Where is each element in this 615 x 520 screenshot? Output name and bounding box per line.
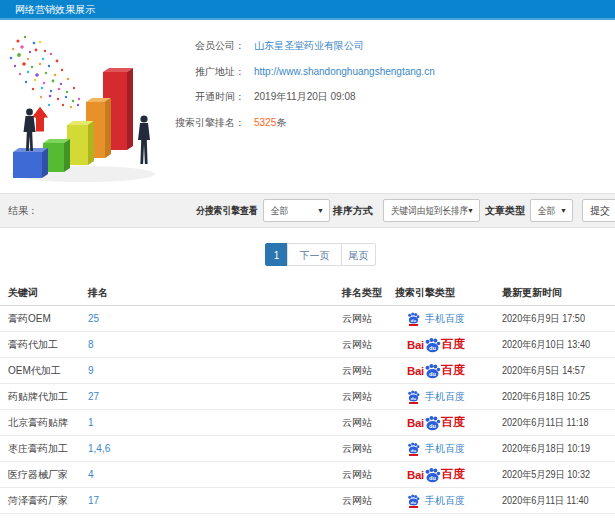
table-header-row: 关键词 排名 排名类型 搜索引擎类型 最新更新时间 — [0, 280, 615, 306]
engine-cell: Baidu百度 — [395, 336, 502, 353]
chevron-down-icon: ▼ — [467, 200, 474, 222]
baidu-logo: Baidu百度 — [407, 414, 465, 431]
keyword-cell: OEM代加工 — [8, 364, 88, 378]
keyword-cell: 医疗器械厂家 — [8, 468, 88, 482]
bar-blue — [13, 148, 48, 178]
result-label: 结果： — [8, 194, 38, 227]
mobile-baidu-logo: du手机百度 — [407, 441, 465, 456]
mobile-baidu-logo: du手机百度 — [407, 311, 465, 326]
engine-cell: du手机百度 — [395, 389, 502, 404]
open-time-label: 开通时间： — [0, 90, 245, 104]
company-label: 会员公司： — [0, 39, 245, 53]
rank-type-cell: 云网站 — [342, 338, 395, 352]
rank-cell[interactable]: 17 — [88, 495, 342, 506]
baidu-logo: Baidu百度 — [407, 362, 465, 379]
col-keyword: 关键词 — [8, 286, 88, 300]
table-row: 菏泽膏药厂家 17 云网站 du手机百度 2020年6月11日 11:40 — [0, 488, 615, 514]
rank-cell[interactable]: 1,4,6 — [88, 443, 342, 454]
engine-cell: du手机百度 — [395, 311, 502, 326]
pagination: 1 下一页 尾页 — [265, 243, 376, 266]
svg-text:du: du — [429, 475, 436, 481]
page-1-button[interactable]: 1 — [265, 243, 288, 266]
rank-count-label: 搜索引擎排名： — [0, 116, 245, 130]
svg-text:du: du — [429, 423, 436, 429]
baidu-paw-icon: du — [424, 466, 441, 483]
rank-type-cell: 云网站 — [342, 364, 395, 378]
updated-cell: 2020年6月10日 13:40 — [502, 338, 615, 352]
mobile-baidu-logo: du手机百度 — [407, 493, 465, 508]
last-page-button[interactable]: 尾页 — [341, 243, 376, 266]
table-row: 医疗器械厂家 4 云网站 Baidu百度 2020年5月29日 10:32 — [0, 462, 615, 488]
engine-cell: Baidu百度 — [395, 362, 502, 379]
promo-url-link[interactable]: http://www.shandonghuangshengtang.cn — [254, 65, 435, 79]
updated-cell: 2020年6月5日 14:57 — [502, 364, 615, 378]
engine-filter-label: 分搜索引擎查看 — [196, 194, 258, 227]
rank-cell[interactable]: 8 — [88, 339, 342, 350]
promo-url-label: 推广地址： — [0, 65, 245, 79]
filter-bar: 结果： 分搜索引擎查看 全部▼ 排序方式 关键词由短到长排序▼ 文章类型 全部▼… — [0, 193, 615, 228]
baidu-paw-icon: du — [424, 362, 441, 379]
table-row: OEM代加工 9 云网站 Baidu百度 2020年6月5日 14:57 — [0, 358, 615, 384]
svg-text:du: du — [411, 448, 417, 453]
baidu-paw-icon: du — [424, 336, 441, 353]
rank-cell[interactable]: 9 — [88, 365, 342, 376]
baidu-paw-icon: du — [407, 493, 420, 506]
table-row: 药贴牌代加工 27 云网站 du手机百度 2020年6月18日 10:25 — [0, 384, 615, 410]
updated-cell: 2020年6月18日 10:25 — [502, 390, 615, 404]
chevron-down-icon: ▼ — [560, 200, 567, 222]
engine-select[interactable]: 全部▼ — [263, 199, 330, 222]
info-row-url: 推广地址： http://www.shandonghuangshengtang.… — [0, 65, 615, 79]
updated-cell: 2020年6月9日 17:50 — [502, 312, 615, 326]
table-row: 枣庄膏药加工 1,4,6 云网站 du手机百度 2020年6月18日 10:19 — [0, 436, 615, 462]
page-title: 网络营销效果展示 — [15, 4, 95, 15]
article-type-label: 文章类型 — [485, 194, 525, 227]
article-type-select[interactable]: 全部▼ — [530, 199, 573, 222]
rank-type-cell: 云网站 — [342, 390, 395, 404]
svg-text:du: du — [411, 318, 417, 323]
rank-cell[interactable]: 1 — [88, 417, 342, 428]
chevron-down-icon: ▼ — [317, 200, 324, 222]
keyword-cell: 菏泽膏药厂家 — [8, 494, 88, 508]
rank-cell[interactable]: 4 — [88, 469, 342, 480]
keyword-cell: 膏药OEM — [8, 312, 88, 326]
updated-cell: 2020年6月18日 10:19 — [502, 442, 615, 456]
company-link[interactable]: 山东皇圣堂药业有限公司 — [254, 39, 364, 53]
rank-cell[interactable]: 25 — [88, 313, 342, 324]
baidu-logo: Baidu百度 — [407, 336, 465, 353]
svg-text:du: du — [411, 396, 417, 401]
info-row-open-time: 开通时间： 2019年11月20日 09:08 — [0, 90, 615, 104]
rank-type-cell: 云网站 — [342, 312, 395, 326]
growth-chart-illustration — [5, 33, 165, 188]
keyword-cell: 枣庄膏药加工 — [8, 442, 88, 456]
title-bar: 网络营销效果展示 — [0, 0, 615, 20]
submit-button[interactable]: 提交 — [582, 199, 615, 222]
sort-select[interactable]: 关键词由短到长排序▼ — [383, 199, 480, 222]
info-row-company: 会员公司： 山东皇圣堂药业有限公司 — [0, 39, 615, 53]
rank-cell[interactable]: 27 — [88, 391, 342, 402]
keyword-cell: 药贴牌代加工 — [8, 390, 88, 404]
col-updated: 最新更新时间 — [502, 286, 615, 300]
rank-type-cell: 云网站 — [342, 416, 395, 430]
col-rank: 排名 — [88, 286, 342, 300]
updated-cell: 2020年6月11日 11:40 — [502, 494, 615, 508]
engine-cell: Baidu百度 — [395, 414, 502, 431]
rank-count-value: 5325条 — [254, 116, 286, 130]
engine-cell: Baidu百度 — [395, 466, 502, 483]
baidu-logo: Baidu百度 — [407, 466, 465, 483]
next-page-button[interactable]: 下一页 — [287, 243, 342, 266]
table-row: 膏药OEM 25 云网站 du手机百度 2020年6月9日 17:50 — [0, 306, 615, 332]
svg-text:du: du — [411, 500, 417, 505]
rank-type-cell: 云网站 — [342, 494, 395, 508]
keyword-cell: 北京膏药贴牌 — [8, 416, 88, 430]
baidu-paw-icon: du — [407, 441, 420, 454]
rank-type-cell: 云网站 — [342, 468, 395, 482]
table-row: 北京膏药贴牌 1 云网站 Baidu百度 2020年6月11日 11:18 — [0, 410, 615, 436]
svg-text:du: du — [429, 371, 436, 377]
baidu-paw-icon: du — [407, 311, 420, 324]
updated-cell: 2020年6月11日 11:18 — [502, 416, 615, 430]
baidu-paw-icon: du — [407, 389, 420, 402]
table-row: 膏药代加工 8 云网站 Baidu百度 2020年6月10日 13:40 — [0, 332, 615, 358]
sort-label: 排序方式 — [333, 194, 373, 227]
info-row-rank-count: 搜索引擎排名： 5325条 — [0, 116, 615, 130]
baidu-paw-icon: du — [424, 414, 441, 431]
